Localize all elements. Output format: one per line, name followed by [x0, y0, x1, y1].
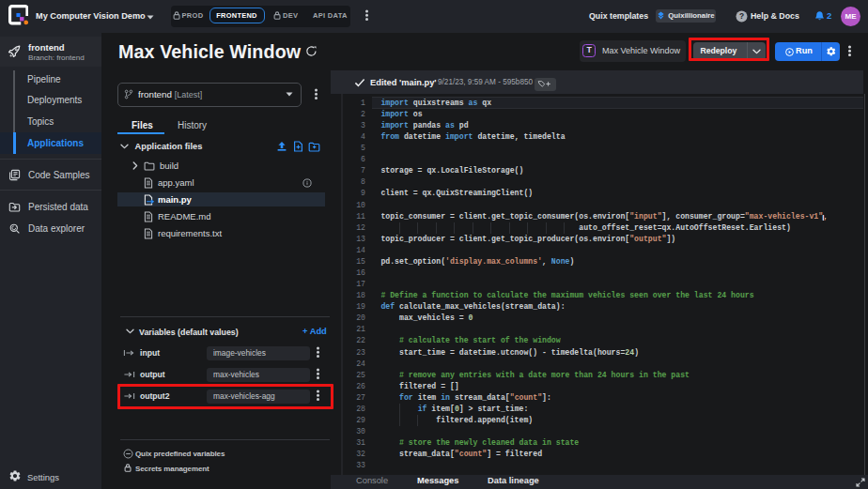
svg-text:?: ? [739, 11, 744, 21]
